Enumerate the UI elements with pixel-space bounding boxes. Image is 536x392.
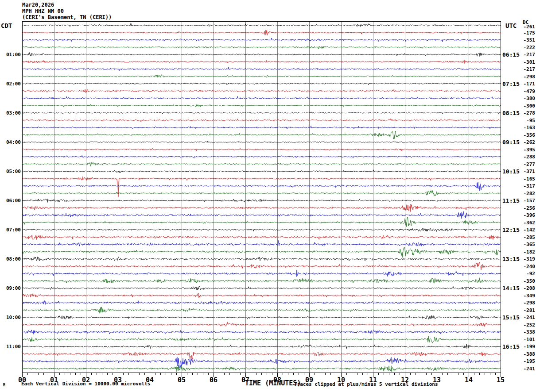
seismic-trace (22, 75, 501, 78)
cdt-time-label: 02:00 (0, 81, 21, 87)
seismic-trace (22, 228, 501, 232)
seismic-trace (22, 83, 501, 85)
dc-offset-value: -365 (517, 242, 535, 247)
dc-offset-value: -288 (517, 154, 535, 160)
dc-offset-value: -95 (517, 117, 535, 123)
seismic-trace (22, 300, 501, 304)
dc-offset-value: -338 (517, 329, 535, 335)
seismic-trace (22, 119, 501, 122)
dc-offset-value: -351 (517, 37, 535, 43)
dc-offset-value: -217 (517, 52, 535, 58)
cdt-time-label: 04:00 (0, 139, 21, 145)
seismic-trace (22, 156, 501, 158)
dc-offset-value: -222 (517, 44, 535, 50)
seismic-trace (22, 240, 501, 246)
seismic-trace (22, 365, 501, 372)
dc-offset-value: -362 (517, 219, 535, 225)
cdt-time-label: 07:00 (0, 227, 21, 233)
seismic-trace (22, 247, 501, 257)
seismic-trace (22, 46, 501, 49)
dc-offset-value: -92 (517, 271, 535, 277)
seismic-trace (22, 344, 501, 349)
cdt-time-label: 11:00 (0, 344, 21, 350)
dc-offset-value: -182 (517, 249, 535, 254)
helicorder-screen: Mar20,2026 MPH HHZ NM 00 (CERI's Basemen… (0, 0, 536, 392)
cdt-time-label: 10:00 (0, 315, 21, 320)
dc-offset-value: -142 (517, 227, 535, 233)
seismic-trace (22, 199, 501, 203)
seismic-trace (22, 190, 501, 196)
dc-offset-value: -356 (517, 132, 535, 138)
cdt-time-label: 01:00 (0, 52, 21, 58)
dc-offset-value: -298 (517, 73, 535, 79)
seismic-trace (22, 217, 501, 227)
x-tick-label: 05 (178, 376, 186, 384)
dc-offset-value: -241 (517, 315, 535, 320)
seismic-trace (22, 23, 501, 27)
dc-offset-value: -240 (517, 263, 535, 269)
seismic-trace (22, 293, 501, 298)
seismic-trace (22, 141, 501, 143)
dc-offset-value: -396 (517, 212, 535, 218)
seismic-trace (22, 104, 501, 107)
dc-offset-value: -278 (517, 110, 535, 116)
dc-offset-value: -208 (517, 285, 535, 291)
dc-offset-value: -262 (517, 139, 535, 145)
title-station: MPH HHZ NM 00 (22, 8, 64, 14)
x-axis-title: TIME (MINUTES) (245, 379, 301, 387)
dc-offset-value: -217 (517, 66, 535, 72)
dc-offset-value: -282 (517, 190, 535, 196)
seismic-trace (22, 315, 501, 319)
seismic-trace (22, 131, 501, 139)
dc-offset-value: -395 (517, 146, 535, 152)
seismic-trace (22, 307, 501, 313)
seismic-trace (22, 96, 501, 100)
seismic-trace (22, 38, 501, 42)
x-tick-label: 06 (210, 376, 218, 384)
seismic-trace (22, 235, 501, 240)
cdt-time-label: 08:00 (0, 256, 21, 262)
seismic-trace (22, 148, 501, 151)
dc-offset-value: -281 (517, 307, 535, 313)
right-timezone-header: UTC (505, 22, 517, 29)
clip-note: Traces clipped at plus/minus 5 vertical … (294, 381, 438, 387)
dc-offset-value: -479 (517, 88, 535, 94)
seismic-trace (22, 286, 501, 290)
dc-offset-value: -317 (517, 183, 535, 189)
dc-offset-value: -277 (517, 161, 535, 167)
dc-offset-value: -256 (517, 205, 535, 211)
seismic-trace (22, 330, 501, 334)
scale-note: Each Vertical Division = 10000.00 microv… (21, 381, 150, 387)
dc-offset-value: -388 (517, 351, 535, 357)
dc-offset-value: -163 (517, 125, 535, 131)
x-tick-label: 14 (465, 376, 473, 384)
dc-offset-value: -380 (517, 96, 535, 101)
cdt-time-label: 03:00 (0, 110, 21, 116)
seismic-trace (22, 352, 501, 359)
seismic-trace (22, 357, 501, 369)
seismic-trace (22, 182, 501, 191)
seismic-trace (22, 126, 501, 129)
seismic-trace (22, 67, 501, 71)
dc-offset-value: -157 (517, 198, 535, 204)
dc-offset-value: -349 (517, 292, 535, 298)
seismic-trace (22, 89, 501, 93)
seismic-trace (22, 60, 501, 64)
dc-offset-value: -350 (517, 278, 535, 284)
dc-offset-value: -319 (517, 256, 535, 262)
seismic-trace (22, 170, 501, 173)
title-date: Mar20,2026 (22, 2, 54, 8)
plot-border (23, 22, 501, 373)
seismic-trace (22, 112, 501, 114)
seismic-trace (22, 162, 501, 166)
seismic-trace (22, 257, 501, 261)
seismic-trace (22, 336, 501, 343)
dc-offset-value: -300 (517, 103, 535, 108)
seismic-trace (22, 30, 501, 35)
dc-offset-value: -301 (517, 59, 535, 65)
dc-offset-value: -195 (517, 358, 535, 364)
dc-offset-value: -241 (517, 365, 535, 371)
seismic-trace (22, 270, 501, 277)
dc-offset-value: -285 (517, 234, 535, 240)
dc-offset-value: -165 (517, 176, 535, 181)
